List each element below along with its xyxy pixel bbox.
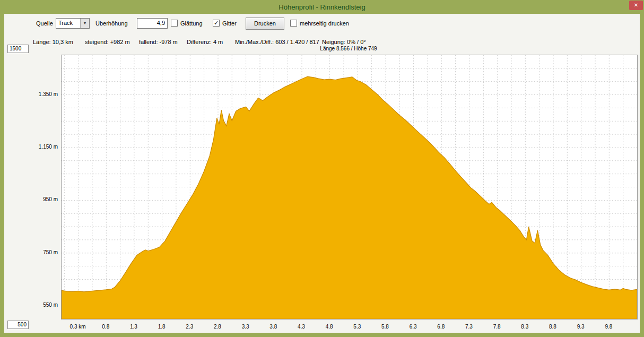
y-tick-label: 1.150 m (39, 144, 58, 150)
x-tick-label: 0.3 km (70, 324, 86, 330)
window-title: Höhenprofil - Rinnkendlsteig (279, 3, 365, 11)
glaettung-checkbox[interactable] (171, 20, 178, 27)
x-tick-label: 8.8 (549, 324, 556, 330)
x-tick-label: 3.8 (269, 324, 277, 330)
x-tick-label: 5.3 (353, 324, 361, 330)
y-tick-label: 550 m (43, 302, 58, 308)
mehrseitig-label: mehrseitig drucken (300, 20, 349, 27)
stat-steigend: steigend: +982 m (85, 39, 130, 45)
stat-fallend: fallend: -978 m (139, 39, 178, 45)
stat-neigung: Neigung: 0% / 0° (322, 39, 366, 45)
close-button[interactable]: ✕ (629, 1, 643, 10)
x-tick-label: 5.8 (381, 324, 389, 330)
x-tick-label: 7.8 (493, 324, 501, 330)
x-tick-label: 4.8 (326, 324, 333, 330)
x-tick-label: 2.8 (214, 324, 221, 330)
title-bar: Höhenprofil - Rinnkendlsteig (0, 0, 644, 14)
x-tick-label: 1.3 (130, 324, 137, 330)
close-icon: ✕ (634, 2, 638, 8)
x-tick-label: 7.3 (465, 324, 473, 330)
y-tick-label: 1.350 m (39, 91, 58, 97)
x-tick-label: 3.3 (242, 324, 249, 330)
x-tick-label: 6.8 (437, 324, 445, 330)
glaettung-label: Glättung (180, 20, 203, 27)
x-tick-label: 8.3 (521, 324, 528, 330)
x-tick-label: 9.3 (577, 324, 585, 330)
x-tick-label: 2.3 (186, 324, 193, 330)
x-tick-label: 0.8 (102, 324, 109, 330)
drucken-button[interactable]: Drucken (246, 18, 284, 30)
elevation-plot[interactable] (61, 55, 638, 319)
ueberhoehung-input[interactable]: 4,9 (137, 18, 168, 29)
x-tick-label: 4.3 (298, 324, 305, 330)
quelle-dropdown-value: Track (58, 20, 73, 26)
ueberhoehung-label: Überhöhung (95, 20, 128, 27)
x-tick-label: 9.8 (605, 324, 612, 330)
chevron-down-icon[interactable]: ▼ (80, 19, 89, 28)
axis-min-input[interactable]: 500 (7, 321, 29, 329)
stat-minmaxdiff: Min./Max./Diff.: 603 / 1.420 / 817 (235, 39, 319, 45)
gitter-checkbox[interactable]: ✓ (213, 20, 220, 27)
app-window: Höhenprofil - Rinnkendlsteig ✕ Quelle Tr… (0, 0, 644, 337)
x-tick-label: 6.3 (410, 324, 417, 330)
y-tick-label: 750 m (43, 249, 58, 255)
chart-cursor-readout: Länge 8.566 / Höhe 749 (320, 46, 377, 51)
quelle-dropdown[interactable]: Track ▼ (56, 18, 90, 29)
stat-laenge: Länge: 10,3 km (33, 39, 73, 45)
window-content: Quelle Track ▼ Überhöhung 4,9 Glättung ✓… (4, 14, 640, 333)
stat-differenz: Differenz: 4 m (187, 39, 223, 45)
ueberhoehung-value: 4,9 (157, 20, 165, 26)
axis-max-input[interactable]: 1500 (7, 45, 29, 53)
mehrseitig-checkbox[interactable] (290, 20, 297, 27)
x-tick-label: 1.8 (158, 324, 166, 330)
elevation-area-chart (62, 55, 637, 319)
gitter-label: Gitter (222, 20, 237, 27)
y-tick-label: 950 m (43, 196, 58, 202)
quelle-label: Quelle (36, 20, 53, 27)
